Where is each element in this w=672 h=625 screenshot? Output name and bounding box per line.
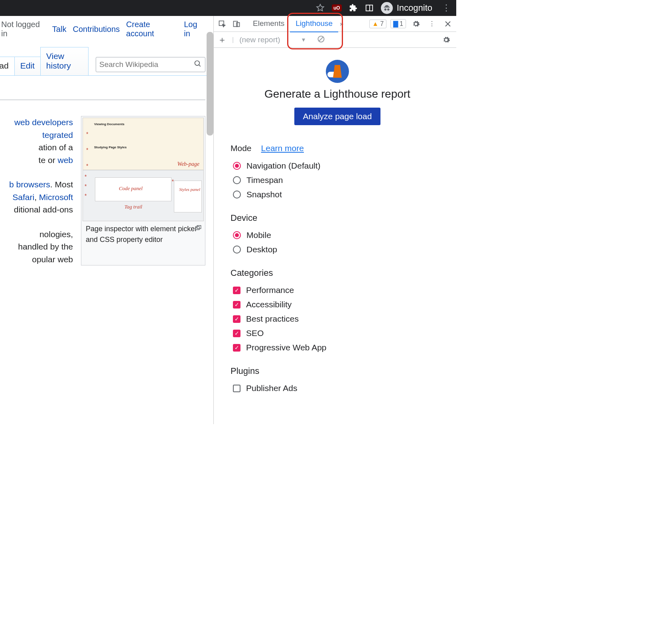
browser-toolbar: uO Incognito ⋮ xyxy=(0,0,456,16)
checkbox-label: Progressive Web App xyxy=(246,343,327,352)
report-name-label[interactable]: (new report) xyxy=(239,35,280,44)
enlarge-icon[interactable] xyxy=(195,223,201,234)
checkbox-performance[interactable]: ✓ xyxy=(233,287,240,294)
radio-label: Timespan xyxy=(246,175,283,185)
svg-rect-8 xyxy=(236,22,240,26)
warnings-badge[interactable]: ▲ 7 xyxy=(369,20,386,28)
checkbox-label: SEO xyxy=(246,328,264,338)
body-text: ditional add-ons xyxy=(0,203,73,216)
article-figure: Viewing Documents Studying Page Styles W… xyxy=(81,116,205,265)
login-link[interactable]: Log in xyxy=(184,20,205,38)
body-text: ation of a xyxy=(0,141,73,154)
categories-label: Categories xyxy=(231,268,444,278)
ublock-icon[interactable]: uO xyxy=(332,4,342,12)
panel-icon[interactable] xyxy=(365,4,374,12)
thumb-code-label: Code panel xyxy=(119,185,143,193)
create-account-link[interactable]: Create account xyxy=(126,20,177,38)
checkbox-seo[interactable]: ✓ xyxy=(233,330,240,337)
radio-label: Navigation (Default) xyxy=(246,161,321,171)
checkbox-publisher-ads[interactable] xyxy=(233,385,240,392)
wiki-tabs: ad Edit View history xyxy=(0,40,213,76)
radio-label: Desktop xyxy=(246,245,277,254)
radio-label: Snapshot xyxy=(246,190,282,199)
not-logged-in-label: Not logged in xyxy=(0,20,46,38)
wiki-article-body: web developers tegrated ation of a te or… xyxy=(0,76,213,273)
mode-label: Mode xyxy=(231,143,252,153)
lighthouse-body: Generate a Lighthouse report Analyze pag… xyxy=(214,48,456,403)
svg-line-12 xyxy=(319,37,323,41)
checkbox-label: Best practices xyxy=(246,314,299,324)
tab-edit[interactable]: Edit xyxy=(14,57,41,75)
issue-count: 1 xyxy=(400,20,403,28)
radio-navigation[interactable] xyxy=(233,162,241,170)
device-toggle-icon[interactable] xyxy=(231,18,242,30)
issue-icon: ▇ xyxy=(393,20,398,28)
radio-snapshot[interactable] xyxy=(233,191,241,199)
devtools-menu-icon[interactable]: ⋮ xyxy=(426,18,438,30)
checkbox-pwa[interactable]: ✓ xyxy=(233,344,240,352)
wiki-link[interactable]: b browsers xyxy=(9,180,50,189)
checkbox-accessibility[interactable]: ✓ xyxy=(233,301,240,309)
settings-gear-icon[interactable] xyxy=(410,18,422,30)
lighthouse-settings-icon[interactable] xyxy=(440,34,452,46)
thumb-section-label: Viewing Documents xyxy=(94,122,200,127)
body-text: . Most xyxy=(50,180,73,189)
search-input[interactable] xyxy=(99,60,194,69)
thumb-tag-label: Tag trail xyxy=(124,203,142,211)
checkbox-best-practices[interactable]: ✓ xyxy=(233,315,240,323)
devtools-tab-bar: Elements Lighthouse » ▲ 7 ▇ 1 ⋮ xyxy=(214,16,456,32)
radio-mobile[interactable] xyxy=(233,231,241,239)
tab-read[interactable]: ad xyxy=(0,57,15,75)
checkbox-label: Accessibility xyxy=(246,300,292,309)
search-box[interactable] xyxy=(96,57,205,72)
inspect-element-icon[interactable] xyxy=(216,18,228,30)
lighthouse-title: Generate a Lighthouse report xyxy=(231,88,444,100)
wiki-link[interactable]: Safari xyxy=(12,193,34,202)
extensions-icon[interactable] xyxy=(349,4,358,12)
tab-view-history[interactable]: View history xyxy=(40,47,89,75)
browser-menu-icon[interactable]: ⋮ xyxy=(439,3,453,13)
thumb-webpage-label: Web-page xyxy=(177,160,199,168)
body-text: te or xyxy=(39,155,58,165)
analyze-button[interactable]: Analyze page load xyxy=(294,108,381,125)
more-tabs-icon[interactable]: » xyxy=(338,20,345,28)
plugins-label: Plugins xyxy=(231,366,444,376)
clear-icon[interactable] xyxy=(317,35,325,45)
tab-elements[interactable]: Elements xyxy=(247,16,290,32)
warning-icon: ▲ xyxy=(372,20,378,28)
learn-more-link[interactable]: Learn more xyxy=(261,143,304,153)
warning-count: 7 xyxy=(380,20,384,28)
figure-caption: Page inspector with element picker and C… xyxy=(83,221,204,249)
svg-point-2 xyxy=(195,61,200,66)
checkbox-label: Publisher Ads xyxy=(246,383,297,393)
body-text: handled by the xyxy=(0,240,73,253)
report-dropdown-icon[interactable]: ▾ xyxy=(302,36,305,43)
svg-rect-7 xyxy=(234,21,238,26)
article-divider xyxy=(0,100,205,100)
radio-label: Mobile xyxy=(246,230,271,240)
new-report-icon[interactable]: ＋ xyxy=(218,34,227,46)
wiki-link[interactable]: Microsoft xyxy=(39,193,73,202)
device-label: Device xyxy=(231,213,444,223)
tab-lighthouse[interactable]: Lighthouse xyxy=(290,16,338,32)
wiki-link[interactable]: tegrated xyxy=(42,130,73,140)
close-devtools-icon[interactable] xyxy=(442,18,454,30)
bookmark-star-icon[interactable] xyxy=(316,4,325,12)
search-icon[interactable] xyxy=(194,60,202,69)
figure-thumbnail[interactable]: Viewing Documents Studying Page Styles W… xyxy=(83,118,204,221)
wiki-link[interactable]: web developers xyxy=(14,118,73,127)
issues-badge[interactable]: ▇ 1 xyxy=(390,19,406,28)
devtools-panel: Elements Lighthouse » ▲ 7 ▇ 1 ⋮ xyxy=(214,16,456,424)
wiki-link[interactable]: web xyxy=(57,155,73,165)
talk-link[interactable]: Talk xyxy=(52,25,67,34)
body-text: nologies, xyxy=(0,228,73,241)
svg-line-3 xyxy=(199,65,201,67)
contributions-link[interactable]: Contributions xyxy=(73,25,120,34)
scrollbar-thumb[interactable] xyxy=(207,32,213,136)
radio-desktop[interactable] xyxy=(233,246,241,254)
radio-timespan[interactable] xyxy=(233,176,241,184)
incognito-icon xyxy=(381,2,393,14)
lighthouse-logo-icon xyxy=(326,60,349,83)
lighthouse-toolbar: ＋ | (new report) ▾ xyxy=(214,32,456,48)
figure-caption-text: Page inspector with element picker and C… xyxy=(86,225,197,244)
